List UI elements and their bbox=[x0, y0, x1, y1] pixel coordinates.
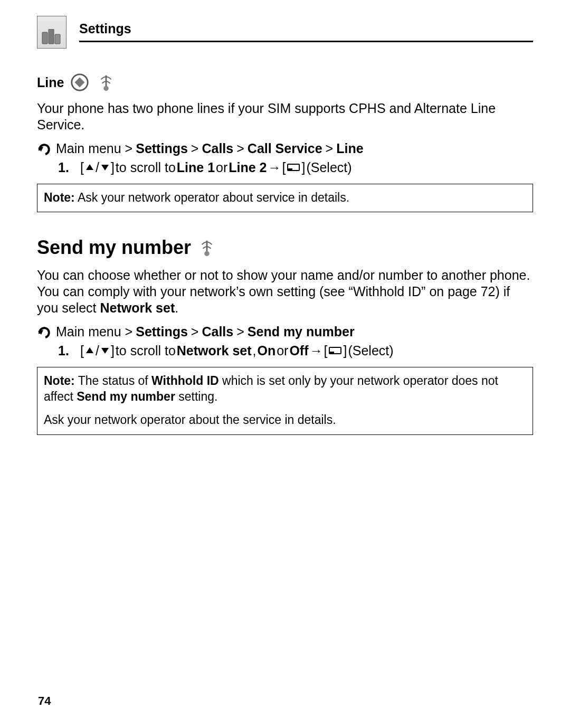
note-paragraph-2: Ask your network operator about the serv… bbox=[44, 412, 526, 428]
nav-sep: > bbox=[326, 141, 334, 156]
header-rule bbox=[79, 41, 533, 42]
step-comma: , bbox=[253, 343, 256, 358]
para-period: . bbox=[175, 300, 178, 315]
softkey-icon bbox=[287, 163, 300, 172]
up-triangle-icon bbox=[85, 346, 94, 355]
nav-call-service: Call Service bbox=[248, 141, 322, 156]
nav-settings: Settings bbox=[136, 141, 188, 156]
note-send-my-number: Send my number bbox=[77, 390, 175, 403]
bracket-close: ] bbox=[111, 343, 115, 358]
option-on: On bbox=[257, 343, 276, 358]
section-line-paragraph: Your phone has two phone lines if your S… bbox=[37, 100, 533, 134]
nav-path-line: Main menu > Settings > Calls > Call Serv… bbox=[37, 141, 533, 157]
page-number: 74 bbox=[38, 694, 51, 708]
svg-point-5 bbox=[104, 86, 109, 91]
option-network-set: Network set bbox=[177, 343, 252, 358]
para-network-set: Network set bbox=[100, 300, 175, 315]
down-triangle-icon bbox=[100, 346, 110, 355]
goto-arrow-icon bbox=[37, 324, 53, 340]
svg-rect-2 bbox=[55, 34, 60, 44]
step-select: (Select) bbox=[306, 160, 352, 175]
section-heading-label: Send my number bbox=[37, 237, 191, 259]
option-off: Off bbox=[289, 343, 308, 358]
nav-text: Main menu > bbox=[56, 141, 132, 156]
nav-sep: > bbox=[236, 141, 244, 156]
bracket-open: [ bbox=[80, 343, 84, 358]
page-title: Settings bbox=[79, 21, 533, 41]
bracket-close: ] bbox=[111, 160, 115, 175]
note-text: Ask your network operator about service … bbox=[75, 191, 349, 204]
note-withhold-id: Withhold ID bbox=[151, 374, 219, 387]
svg-point-8 bbox=[204, 251, 210, 257]
softkey-icon bbox=[328, 346, 342, 355]
note-box-send: Note: The status of Withhold ID which is… bbox=[37, 367, 533, 435]
sim-icon bbox=[69, 72, 90, 93]
step-or: or bbox=[216, 160, 227, 175]
bracket-open: [ bbox=[80, 160, 84, 175]
svg-rect-1 bbox=[49, 29, 54, 44]
down-triangle-icon bbox=[100, 163, 110, 172]
nav-send-my-number: Send my number bbox=[248, 324, 355, 339]
up-triangle-icon bbox=[85, 163, 94, 172]
nav-sep: > bbox=[236, 324, 244, 339]
note-label: Note: bbox=[44, 191, 75, 204]
step-arrow: → bbox=[268, 160, 281, 175]
manual-page: Settings Line Your phone has two phone l… bbox=[0, 0, 570, 728]
note-label: Note: bbox=[44, 374, 75, 387]
step-or: or bbox=[277, 343, 288, 358]
bracket-open: [ bbox=[282, 160, 286, 175]
nav-calls: Calls bbox=[202, 324, 233, 339]
step-text: to scroll to bbox=[116, 343, 176, 358]
section-heading-label: Line bbox=[37, 75, 64, 90]
page-header: Settings bbox=[37, 16, 533, 49]
bracket-close: ] bbox=[343, 343, 347, 358]
step-select: (Select) bbox=[348, 343, 393, 358]
svg-rect-4 bbox=[75, 78, 85, 88]
note-box-line: Note: Ask your network operator about se… bbox=[37, 184, 533, 212]
nav-calls: Calls bbox=[202, 141, 233, 156]
step-line-1: 1. [ / ] to scroll to Line 1 or Line 2 →… bbox=[58, 160, 533, 175]
settings-thumbnail-icon bbox=[37, 16, 66, 49]
section-heading-send-my-number: Send my number bbox=[37, 237, 533, 259]
step-number: 1. bbox=[58, 343, 72, 358]
section-send-paragraph: You can choose whether or not to show yo… bbox=[37, 267, 533, 317]
svg-rect-10 bbox=[329, 352, 334, 354]
nav-text: Main menu > bbox=[56, 324, 132, 339]
svg-rect-7 bbox=[288, 168, 292, 171]
step-number: 1. bbox=[58, 160, 72, 175]
note-text: The status of bbox=[75, 374, 151, 387]
slash: / bbox=[96, 160, 99, 175]
bracket-open: [ bbox=[324, 343, 328, 358]
svg-rect-0 bbox=[42, 32, 48, 44]
nav-settings: Settings bbox=[136, 324, 188, 339]
section-heading-line: Line bbox=[37, 72, 533, 93]
option-line1: Line 1 bbox=[177, 160, 215, 175]
nav-sep: > bbox=[191, 324, 199, 339]
bracket-close: ] bbox=[301, 160, 305, 175]
antenna-icon bbox=[96, 72, 117, 93]
nav-line: Line bbox=[336, 141, 363, 156]
slash: / bbox=[96, 343, 99, 358]
option-line2: Line 2 bbox=[229, 160, 267, 175]
goto-arrow-icon bbox=[37, 141, 53, 157]
step-send-1: 1. [ / ] to scroll to Network set, On or… bbox=[58, 343, 533, 358]
nav-path-send: Main menu > Settings > Calls > Send my n… bbox=[37, 324, 533, 340]
note-text: setting. bbox=[175, 390, 218, 403]
step-text: to scroll to bbox=[116, 160, 176, 175]
nav-sep: > bbox=[191, 141, 199, 156]
antenna-icon bbox=[196, 237, 217, 258]
step-arrow: → bbox=[310, 343, 323, 358]
